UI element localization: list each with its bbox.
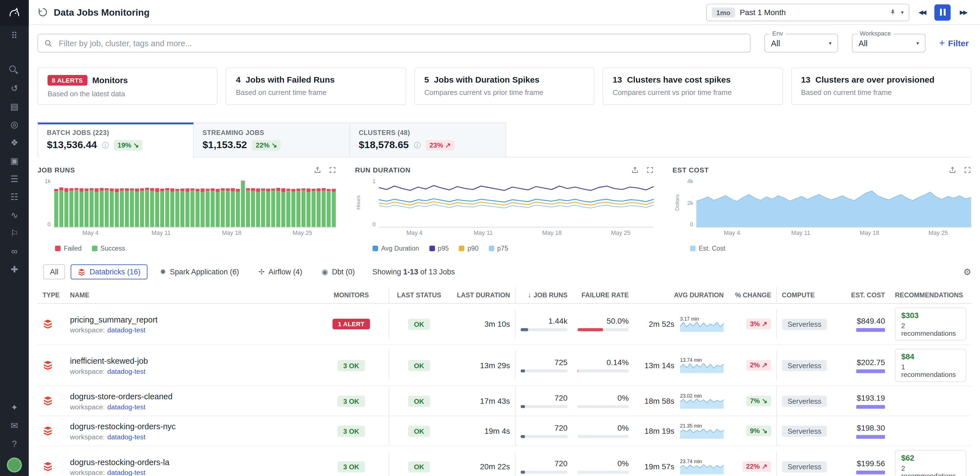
export-icon[interactable] (631, 166, 639, 174)
summary-card-jobs-with-failed-runs[interactable]: 4Jobs with Failed RunsBased on current t… (226, 67, 406, 105)
help-icon[interactable]: ? (0, 434, 29, 452)
tab-batch-jobs-223[interactable]: BATCH JOBS (223)$13,536.44ⓘ19% ↘ (38, 123, 194, 158)
column-header-job-runs[interactable]: ↓JOB RUNS (515, 287, 572, 303)
filter-chip-all[interactable]: All (43, 264, 65, 279)
y-axis: 10 (363, 178, 379, 228)
filter-chip-dbt-0[interactable]: ◉Dbt (0) (315, 264, 362, 279)
job-row-inefficient-skewed-job[interactable]: inefficient-skewed-jobworkspace:datadog-… (38, 345, 971, 386)
sort-descending-icon[interactable]: ↓ (528, 291, 531, 299)
monitors-badge[interactable]: 3 OK (338, 461, 365, 472)
job-name[interactable]: dogrus-restocking-orders-la (70, 457, 169, 466)
column-header-avg-duration[interactable]: AVG DURATION (634, 287, 729, 303)
datadog-logo[interactable] (0, 0, 29, 26)
job-name[interactable]: dogrus-restocking-orders-nyc (70, 422, 175, 431)
apm-icon[interactable]: ❖ (0, 133, 29, 151)
expand-icon[interactable] (646, 166, 654, 174)
column-header-monitors[interactable]: MONITORS (314, 287, 389, 303)
chart-plot-area[interactable]: May 4May 11May 18May 25 (54, 178, 336, 239)
workspace-select[interactable]: Workspace All ▾ (852, 34, 925, 53)
time-range-select[interactable]: 1mo Past 1 Month ▾ (706, 3, 909, 21)
chart-plot-area[interactable]: May 4May 11May 18May 25 (379, 178, 654, 239)
monitors-icon[interactable]: ⚐ (0, 224, 29, 242)
export-icon[interactable] (314, 166, 321, 174)
recommendations-box[interactable]: $622 recommendations (895, 450, 966, 476)
summary-card-clusters-are-over-provisioned[interactable]: 13Clusters are over provisionedBased on … (791, 67, 971, 105)
summary-card-clusters-have-cost-spikes[interactable]: 13Clusters have cost spikesCompares curr… (603, 67, 783, 105)
history-icon[interactable]: ↺ (0, 79, 29, 97)
filter-chip-airflow-4[interactable]: ✢Airflow (4) (251, 264, 309, 279)
job-workspace: workspace:datadog-test (70, 403, 146, 411)
tab-streaming-jobs[interactable]: STREAMING JOBS$1,153.5222% ↘ (194, 123, 350, 157)
services-icon[interactable]: ☷ (0, 188, 29, 206)
databricks-icon (43, 426, 53, 436)
monitors-badge[interactable]: 3 OK (338, 360, 365, 371)
monitors-badge[interactable]: 3 OK (338, 425, 365, 436)
metrics-icon[interactable]: ∿ (0, 205, 29, 224)
watchdog-icon[interactable]: ◎ (0, 115, 29, 133)
export-icon[interactable] (949, 166, 956, 174)
filter-chip-spark-application-6[interactable]: ✹Spark Application (6) (153, 264, 246, 279)
job-name[interactable]: pricing_summary_report (70, 315, 158, 324)
time-forward-button[interactable]: ▶▶ (955, 4, 971, 21)
workspace-link[interactable]: datadog-test (107, 367, 146, 375)
card-subtitle: Based on the latest data (48, 90, 208, 97)
job-name[interactable]: dogrus-store-orders-cleaned (70, 392, 172, 401)
job-row-dogrus-restocking-orders-la[interactable]: dogrus-restocking-orders-laworkspace:dat… (38, 446, 971, 476)
dashboards-icon[interactable]: ▤ (0, 97, 29, 115)
charts-row: JOB RUNS1k0May 4May 11May 18May 25Failed… (38, 166, 971, 252)
column-header-type[interactable]: TYPE (38, 287, 65, 303)
filter-chip-databricks-16[interactable]: Databricks (16) (71, 264, 147, 279)
last-status-badge: OK (408, 395, 430, 407)
messages-icon[interactable]: ✉ (0, 416, 29, 435)
apps-grid-icon[interactable]: ⠿ (0, 26, 29, 45)
job-row-dogrus-store-orders-cleaned[interactable]: dogrus-store-orders-cleanedworkspace:dat… (38, 386, 971, 416)
column-header-est-cost[interactable]: EST. COST (834, 287, 890, 303)
job-row-dogrus-restocking-orders-nyc[interactable]: dogrus-restocking-orders-nycworkspace:da… (38, 416, 971, 446)
job-row-pricing-summary-report[interactable]: pricing_summary_reportworkspace:datadog-… (38, 304, 971, 345)
column-header-last-status[interactable]: LAST STATUS (389, 287, 449, 303)
recommendations-box[interactable]: $841 recommendations (895, 349, 966, 382)
recommendations-box[interactable]: $3032 recommendations (895, 307, 966, 341)
workspace-link[interactable]: datadog-test (107, 468, 146, 476)
info-icon[interactable]: ⓘ (102, 140, 109, 150)
security-icon[interactable]: ✚ (0, 260, 29, 278)
workspace-link[interactable]: datadog-test (107, 433, 146, 441)
expand-icon[interactable] (329, 166, 336, 174)
chart-plot-area[interactable]: May 4May 11May 18May 25 (696, 178, 971, 239)
env-select[interactable]: Env All ▾ (764, 34, 838, 53)
recommendation-savings: $303 (901, 311, 960, 320)
column-header-recommendations[interactable]: RECOMMENDATIONS (890, 287, 971, 303)
user-avatar[interactable] (7, 457, 22, 473)
bits-ai-icon[interactable]: ✦ (0, 398, 29, 416)
y-tick-label: 2k (680, 200, 693, 206)
rewind-icon: ◀◀ (918, 9, 925, 16)
pause-button[interactable] (934, 4, 951, 21)
expand-icon[interactable] (964, 166, 971, 174)
search-icon[interactable] (0, 61, 29, 79)
chip-label: Spark Application (6) (170, 267, 239, 276)
monitors-badge[interactable]: 1 ALERT (332, 318, 370, 329)
add-filter-button[interactable]: + Filter (939, 38, 969, 48)
summary-card-monitors[interactable]: 8 ALERTSMonitorsBased on the latest data (38, 67, 218, 105)
tab-clusters-48[interactable]: CLUSTERS (48)$18,578.65ⓘ23% ↗ (350, 123, 506, 157)
fast-forward-icon: ▶▶ (960, 9, 967, 16)
table-settings-gear-icon[interactable]: ⚙ (964, 267, 971, 277)
info-icon[interactable]: ⓘ (414, 140, 421, 150)
integrations-icon[interactable]: ∞ (0, 242, 29, 260)
workspace-link[interactable]: datadog-test (107, 403, 146, 411)
avg-duration-cell: 13m 14s13.74 min (634, 350, 729, 380)
job-name[interactable]: inefficient-skewed-job (70, 356, 148, 365)
workspace-link[interactable]: datadog-test (107, 326, 146, 333)
monitors-badge[interactable]: 3 OK (338, 395, 365, 407)
summary-card-jobs-with-duration-spikes[interactable]: 5Jobs with Duration SpikesCompares curre… (414, 67, 595, 105)
pin-icon[interactable] (889, 9, 897, 16)
column-header-compute[interactable]: COMPUTE (776, 287, 834, 303)
column-header-name[interactable]: NAME (65, 287, 313, 303)
logs-icon[interactable]: ☰ (0, 169, 29, 188)
search-input[interactable] (57, 38, 743, 48)
column-header-change[interactable]: % CHANGE (729, 287, 776, 303)
column-header-failure-rate[interactable]: FAILURE RATE (573, 287, 634, 303)
time-backward-button[interactable]: ◀◀ (914, 4, 930, 21)
infrastructure-icon[interactable]: ▣ (0, 151, 29, 169)
column-header-last-duration[interactable]: LAST DURATION (449, 287, 515, 303)
